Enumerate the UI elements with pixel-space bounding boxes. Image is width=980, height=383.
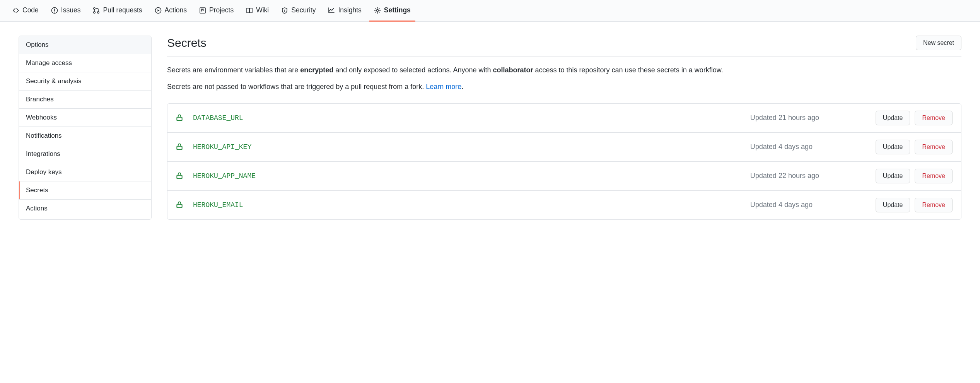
update-button[interactable]: Update: [876, 169, 910, 183]
remove-button[interactable]: Remove: [915, 169, 953, 183]
tab-label: Wiki: [256, 6, 269, 14]
secret-name: HEROKU_EMAIL: [193, 201, 741, 209]
code-icon: [12, 7, 19, 14]
sidebar-item-manage-access[interactable]: Manage access: [19, 54, 151, 72]
settings-sidenav: OptionsManage accessSecurity & analysisB…: [19, 36, 152, 220]
issue-icon: [51, 7, 58, 14]
gear-icon: [374, 7, 381, 14]
desc-text: access to this repository can use these …: [533, 66, 723, 74]
update-button[interactable]: Update: [876, 198, 910, 212]
secret-updated: Updated 4 days ago: [750, 143, 866, 151]
main-content: Secrets New secret Secrets are environme…: [167, 36, 961, 220]
sidebar-item-label: Notifications: [26, 132, 62, 139]
lock-icon: [176, 114, 184, 122]
page-title: Secrets: [167, 36, 207, 50]
desc-text: Secrets are environment variables that a…: [167, 66, 300, 74]
sidebar-item-label: Branches: [26, 96, 54, 103]
update-button[interactable]: Update: [876, 111, 910, 125]
tab-label: Insights: [338, 6, 361, 14]
tab-label: Issues: [61, 6, 81, 14]
tab-actions[interactable]: Actions: [150, 0, 191, 22]
tab-pull-requests[interactable]: Pull requests: [88, 0, 147, 22]
secret-actions: UpdateRemove: [876, 198, 953, 212]
sidebar-item-label: Security & analysis: [26, 77, 82, 85]
sidebar-item-label: Actions: [26, 205, 48, 212]
svg-point-15: [376, 9, 378, 11]
desc-text: Secrets are not passed to workflows that…: [167, 83, 426, 91]
description-1: Secrets are environment variables that a…: [167, 65, 961, 76]
book-icon: [246, 7, 253, 14]
tab-settings[interactable]: Settings: [369, 0, 415, 22]
secret-row: HEROKU_API_KEYUpdated 4 days agoUpdateRe…: [167, 133, 961, 162]
secret-name: HEROKU_APP_NAME: [193, 172, 741, 180]
lock-icon: [176, 201, 184, 209]
tab-label: Pull requests: [103, 6, 142, 14]
new-secret-button[interactable]: New secret: [916, 36, 961, 50]
secret-updated: Updated 22 hours ago: [750, 172, 866, 180]
graph-icon: [328, 7, 335, 14]
sidebar-item-actions[interactable]: Actions: [19, 200, 151, 217]
sidebar-item-label: Manage access: [26, 59, 72, 67]
remove-button[interactable]: Remove: [915, 198, 953, 212]
repo-topnav: CodeIssuesPull requestsActionsProjectsWi…: [0, 0, 980, 22]
sidebar-item-integrations[interactable]: Integrations: [19, 145, 151, 163]
sidebar-item-label: Secrets: [26, 186, 48, 194]
remove-button[interactable]: Remove: [915, 111, 953, 125]
secret-name: HEROKU_API_KEY: [193, 143, 741, 151]
project-icon: [199, 7, 206, 14]
secret-actions: UpdateRemove: [876, 111, 953, 125]
desc-text: and only exposed to selected actions. An…: [333, 66, 493, 74]
svg-point-2: [54, 12, 55, 12]
tab-label: Security: [291, 6, 316, 14]
sidebar-item-secrets[interactable]: Secrets: [19, 181, 151, 200]
secret-actions: UpdateRemove: [876, 140, 953, 154]
pr-icon: [93, 7, 100, 14]
svg-point-13: [285, 10, 285, 10]
sidebar-item-label: Integrations: [26, 150, 60, 157]
tab-projects[interactable]: Projects: [195, 0, 238, 22]
secret-row: DATABASE_URLUpdated 21 hours agoUpdateRe…: [167, 104, 961, 133]
play-icon: [155, 7, 162, 14]
secret-row: HEROKU_EMAILUpdated 4 days agoUpdateRemo…: [167, 191, 961, 219]
svg-rect-16: [177, 117, 182, 120]
sidebar-item-label: Webhooks: [26, 114, 57, 121]
sidebar-item-notifications[interactable]: Notifications: [19, 127, 151, 145]
desc-bold: collaborator: [493, 66, 533, 74]
lock-icon: [176, 172, 184, 180]
sidebar-item-label: Deploy keys: [26, 168, 62, 176]
sidebar-item-deploy-keys[interactable]: Deploy keys: [19, 163, 151, 181]
svg-rect-18: [177, 175, 182, 178]
sidebar-item-webhooks[interactable]: Webhooks: [19, 109, 151, 127]
lock-icon: [176, 143, 184, 151]
tab-code[interactable]: Code: [8, 0, 43, 22]
secret-updated: Updated 21 hours ago: [750, 114, 866, 122]
secret-name: DATABASE_URL: [193, 114, 741, 122]
page-body: OptionsManage accessSecurity & analysisB…: [0, 22, 980, 234]
sidebar-item-branches[interactable]: Branches: [19, 91, 151, 109]
secret-updated: Updated 4 days ago: [750, 201, 866, 209]
tab-issues[interactable]: Issues: [46, 0, 85, 22]
tab-wiki[interactable]: Wiki: [241, 0, 273, 22]
update-button[interactable]: Update: [876, 140, 910, 154]
tab-label: Actions: [165, 6, 187, 14]
svg-rect-19: [177, 204, 182, 207]
shield-icon: [281, 7, 288, 14]
svg-marker-8: [157, 9, 159, 12]
learn-more-link[interactable]: Learn more: [426, 83, 461, 91]
desc-bold: encrypted: [300, 66, 333, 74]
svg-rect-17: [177, 146, 182, 149]
secret-actions: UpdateRemove: [876, 169, 953, 183]
remove-button[interactable]: Remove: [915, 140, 953, 154]
tab-label: Code: [22, 6, 39, 14]
sidebar-item-options[interactable]: Options: [19, 36, 151, 54]
secret-row: HEROKU_APP_NAMEUpdated 22 hours agoUpdat…: [167, 162, 961, 191]
tab-security[interactable]: Security: [277, 0, 320, 22]
tab-label: Projects: [209, 6, 234, 14]
sidebar-item-security-analysis[interactable]: Security & analysis: [19, 72, 151, 91]
tab-insights[interactable]: Insights: [323, 0, 366, 22]
tab-label: Settings: [384, 6, 411, 14]
secrets-list: DATABASE_URLUpdated 21 hours agoUpdateRe…: [167, 103, 961, 220]
description-2: Secrets are not passed to workflows that…: [167, 81, 961, 92]
svg-rect-9: [200, 8, 205, 13]
header-row: Secrets New secret: [167, 36, 961, 57]
